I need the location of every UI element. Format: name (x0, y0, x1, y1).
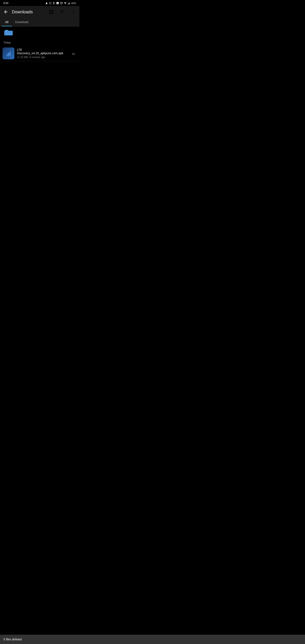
folder-icon[interactable] (4, 28, 14, 37)
back-button[interactable] (1, 7, 11, 17)
bar2 (8, 53, 9, 56)
grid-view-button[interactable] (46, 7, 56, 17)
sort-button[interactable] (58, 7, 68, 17)
nyt-icon: T (49, 2, 52, 5)
more-options-button[interactable] (68, 7, 78, 17)
app-bar: Downloads (0, 6, 80, 18)
tab-all[interactable]: All (2, 18, 12, 26)
chevron-down-icon (72, 52, 75, 55)
image-icon (56, 2, 59, 5)
file-name: LTE Discovery_v4.20_apkpure.com.apk (17, 48, 68, 55)
svg-rect-5 (70, 2, 70, 4)
signal-bars-icon (5, 50, 12, 57)
back-arrow-icon (4, 9, 8, 14)
bar1 (6, 54, 8, 56)
svg-text:T: T (50, 2, 50, 4)
status-bar: 9:50 T (0, 0, 80, 6)
navigation-icon (45, 2, 48, 5)
app-bar-actions (46, 7, 78, 17)
file-item[interactable]: LTE Discovery_v4.20_apkpure.com.apk 11.1… (0, 46, 80, 61)
status-time: 9:50 (4, 2, 8, 5)
battery-text: 62% (72, 2, 76, 4)
alarm-icon (60, 2, 63, 5)
file-info: LTE Discovery_v4.20_apkpure.com.apk 11.1… (14, 48, 70, 59)
file-icon (2, 48, 14, 59)
svg-rect-4 (69, 3, 70, 4)
folder-svg (4, 29, 13, 36)
sort-icon (60, 9, 65, 14)
file-meta: 11.15 MB, 9 minutes ago (17, 56, 68, 59)
section-header-today: Today (0, 38, 80, 46)
filter-tabs: All Download (0, 18, 80, 26)
page-title: Downloads (12, 10, 46, 14)
tab-download[interactable]: Download (12, 18, 32, 26)
file-expand-button[interactable] (70, 50, 77, 57)
signal-icon (68, 2, 70, 5)
folder-row (0, 26, 80, 38)
more-vertical-icon (71, 9, 76, 14)
bar3 (10, 52, 10, 56)
svg-rect-3 (68, 3, 69, 4)
download-status-icon (52, 2, 55, 5)
status-icons: T 62% (45, 2, 76, 5)
svg-rect-2 (68, 4, 68, 4)
wifi-icon (64, 2, 67, 5)
grid-icon (49, 9, 54, 14)
